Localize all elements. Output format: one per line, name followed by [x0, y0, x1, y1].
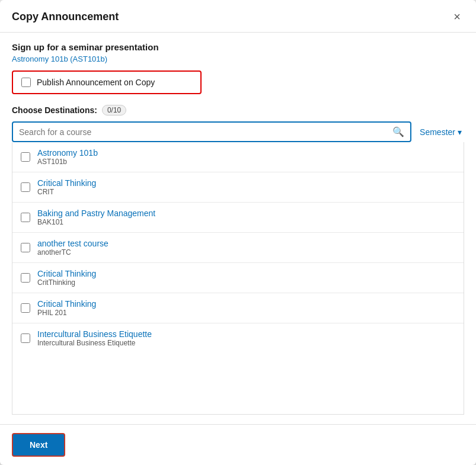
announcement-subtitle: Astronomy 101b (AST101b): [12, 54, 464, 63]
course-name[interactable]: Critical Thinking: [37, 269, 96, 278]
course-checkbox[interactable]: [21, 243, 30, 252]
publish-checkbox-area: Publish Announcement on Copy: [12, 70, 202, 94]
course-name[interactable]: another test course: [37, 239, 108, 248]
course-code: AST101b: [37, 158, 98, 166]
modal-footer: Next: [0, 424, 476, 465]
course-name[interactable]: Critical Thinking: [37, 299, 96, 309]
course-checkbox[interactable]: [21, 273, 30, 283]
publish-checkbox[interactable]: [21, 78, 31, 87]
course-checkbox[interactable]: [21, 303, 30, 313]
course-list-container: Astronomy 101b AST101b Critical Thinking…: [12, 142, 464, 415]
choose-destinations-row: Choose Destinations: 0/10: [12, 105, 464, 116]
course-checkbox[interactable]: [21, 152, 30, 162]
scrollable-list[interactable]: Astronomy 101b AST101b Critical Thinking…: [12, 142, 464, 414]
course-list: Astronomy 101b AST101b Critical Thinking…: [12, 142, 464, 353]
list-item: another test course anotherTC: [12, 233, 464, 263]
list-item: Critical Thinking PHIL 201: [12, 293, 464, 323]
course-name[interactable]: Baking and Pastry Management: [37, 209, 155, 218]
course-info: Critical Thinking CritThinking: [37, 269, 96, 287]
course-name[interactable]: Critical Thinking: [37, 178, 96, 188]
copy-announcement-modal: Copy Announcement × Sign up for a semina…: [0, 0, 476, 465]
course-checkbox[interactable]: [21, 333, 30, 343]
course-info: Critical Thinking PHIL 201: [37, 299, 96, 317]
modal-title: Copy Announcement: [12, 11, 119, 23]
publish-label[interactable]: Publish Announcement on Copy: [37, 78, 155, 87]
course-code: Intercultural Business Etiquette: [37, 339, 152, 347]
list-item: Critical Thinking CritThinking: [12, 263, 464, 293]
list-item: Baking and Pastry Management BAK101: [12, 203, 464, 233]
semester-button[interactable]: Semester ▾: [417, 121, 464, 142]
course-code: anotherTC: [37, 248, 108, 256]
course-info: Intercultural Business Etiquette Intercu…: [37, 329, 152, 347]
modal-header: Copy Announcement ×: [0, 0, 476, 33]
announcement-title: Sign up for a seminar presentation: [12, 42, 464, 52]
semester-label: Semester: [420, 127, 455, 137]
course-code: PHIL 201: [37, 309, 96, 317]
course-info: Astronomy 101b AST101b: [37, 148, 98, 166]
course-code: CritThinking: [37, 278, 96, 287]
chevron-down-icon: ▾: [458, 127, 462, 137]
next-button[interactable]: Next: [12, 433, 65, 457]
list-item: Intercultural Business Etiquette Intercu…: [12, 323, 464, 353]
course-code: CRIT: [37, 188, 96, 196]
course-checkbox[interactable]: [21, 213, 30, 222]
course-info: Baking and Pastry Management BAK101: [37, 209, 155, 226]
course-code: BAK101: [37, 218, 155, 226]
search-input-wrapper: 🔍: [12, 121, 411, 142]
list-item: Critical Thinking CRIT: [12, 172, 464, 203]
course-checkbox[interactable]: [21, 182, 30, 192]
search-input[interactable]: [19, 127, 392, 137]
search-icon: 🔍: [392, 126, 404, 137]
course-info: Critical Thinking CRIT: [37, 178, 96, 196]
list-item: Astronomy 101b AST101b: [12, 142, 464, 172]
close-button[interactable]: ×: [450, 9, 464, 24]
search-row: 🔍 Semester ▾: [12, 121, 464, 142]
destinations-count-badge: 0/10: [102, 105, 126, 116]
choose-destinations-label: Choose Destinations:: [12, 105, 97, 115]
course-name[interactable]: Astronomy 101b: [37, 148, 98, 158]
course-name[interactable]: Intercultural Business Etiquette: [37, 329, 152, 339]
modal-body: Sign up for a seminar presentation Astro…: [0, 33, 476, 424]
course-info: another test course anotherTC: [37, 239, 108, 256]
